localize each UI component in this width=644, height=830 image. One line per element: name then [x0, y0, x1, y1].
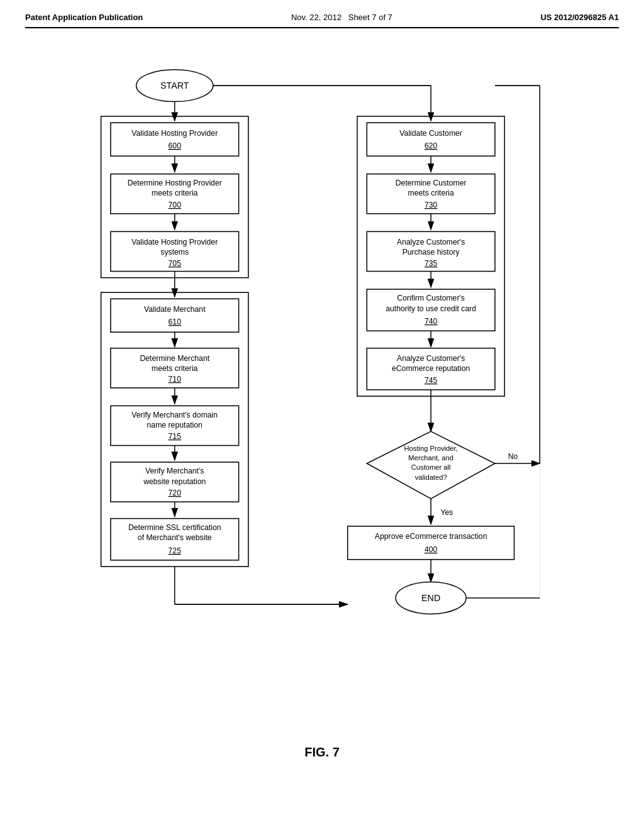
svg-text:Customer all: Customer all [411, 463, 451, 471]
svg-text:Purchase history: Purchase history [402, 248, 460, 257]
svg-text:validated?: validated? [415, 473, 447, 481]
svg-text:Merchant, and: Merchant, and [408, 454, 453, 462]
svg-text:Verify Merchant's: Verify Merchant's [145, 467, 204, 475]
svg-text:705: 705 [169, 259, 182, 268]
svg-text:authority to use credit card: authority to use credit card [386, 304, 476, 313]
header-left: Patent Application Publication [25, 13, 143, 22]
svg-text:Confirm Customer's: Confirm Customer's [397, 294, 465, 302]
svg-text:740: 740 [425, 317, 438, 326]
svg-text:730: 730 [425, 201, 438, 209]
flowchart-svg: START Validate Hosting Provider 600 Dete… [25, 47, 619, 739]
svg-text:725: 725 [169, 546, 182, 555]
svg-text:Analyze Customer's: Analyze Customer's [397, 354, 465, 363]
svg-text:Determine Merchant: Determine Merchant [140, 354, 209, 363]
svg-text:735: 735 [425, 259, 438, 268]
svg-text:715: 715 [169, 432, 182, 441]
svg-text:Validate Hosting Provider: Validate Hosting Provider [131, 238, 218, 246]
svg-text:400: 400 [425, 545, 438, 554]
svg-text:Determine SSL certification: Determine SSL certification [128, 523, 221, 532]
svg-text:Analyze Customer's: Analyze Customer's [397, 238, 465, 246]
svg-text:Approve eCommerce transaction: Approve eCommerce transaction [375, 532, 487, 541]
svg-text:name reputation: name reputation [147, 421, 203, 429]
svg-text:720: 720 [169, 489, 182, 497]
svg-text:meets criteria: meets criteria [408, 189, 454, 197]
diagram-container: START Validate Hosting Provider 600 Dete… [25, 47, 619, 739]
svg-text:No: No [508, 452, 518, 461]
svg-rect-81 [348, 526, 514, 560]
svg-rect-4 [111, 123, 239, 156]
svg-text:END: END [421, 593, 440, 603]
svg-text:600: 600 [169, 141, 182, 150]
svg-text:Validate Customer: Validate Customer [399, 129, 462, 138]
svg-text:710: 710 [169, 375, 182, 384]
svg-text:Hosting Provider,: Hosting Provider, [404, 445, 458, 452]
header-center: Nov. 22, 2012 Sheet 7 of 7 [291, 13, 392, 22]
page-header: Patent Application Publication Nov. 22, … [25, 13, 619, 28]
header-right: US 2012/0296825 A1 [540, 13, 619, 22]
svg-text:Validate Merchant: Validate Merchant [144, 305, 206, 314]
svg-text:of Merchant's website: of Merchant's website [138, 533, 212, 542]
svg-text:610: 610 [169, 318, 182, 326]
svg-text:Determine Hosting Provider: Determine Hosting Provider [128, 179, 222, 187]
svg-rect-45 [367, 123, 495, 156]
svg-text:Validate Hosting Provider: Validate Hosting Provider [131, 129, 218, 138]
svg-text:website reputation: website reputation [143, 477, 206, 486]
svg-text:Determine Customer: Determine Customer [396, 179, 467, 187]
page: Patent Application Publication Nov. 22, … [0, 0, 644, 830]
svg-text:meets criteria: meets criteria [152, 364, 198, 373]
svg-rect-19 [111, 299, 239, 332]
fig-label: FIG. 7 [25, 745, 619, 760]
svg-text:Yes: Yes [440, 508, 453, 517]
svg-text:eCommerce reputation: eCommerce reputation [392, 364, 470, 373]
svg-text:systems: systems [160, 248, 189, 257]
svg-text:meets criteria: meets criteria [152, 189, 198, 197]
svg-text:Verify Merchant's domain: Verify Merchant's domain [131, 411, 218, 419]
svg-text:700: 700 [169, 201, 182, 209]
svg-text:620: 620 [425, 141, 438, 150]
svg-text:745: 745 [425, 376, 438, 385]
svg-text:START: START [160, 80, 189, 91]
